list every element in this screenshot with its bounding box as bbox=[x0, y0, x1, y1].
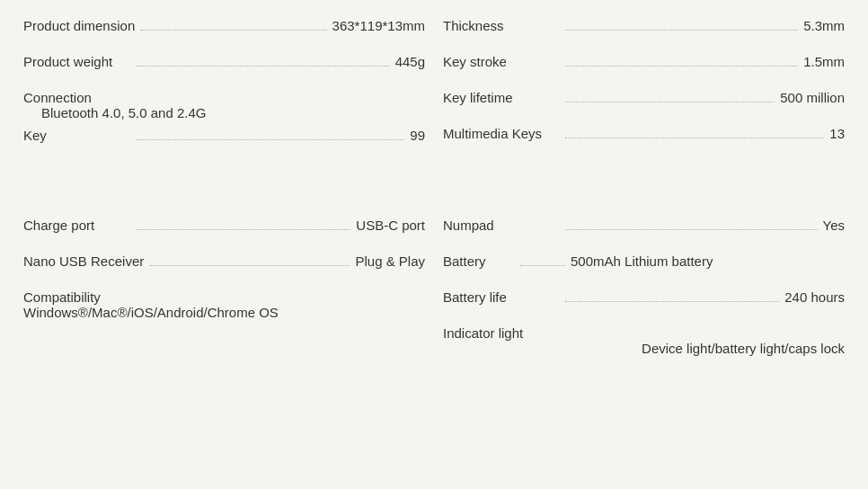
specs-container: Product dimension 363*119*13mm Product w… bbox=[14, 18, 854, 363]
spec-row-multimedia-keys: Multimedia Keys 13 bbox=[443, 126, 845, 155]
dots-product-weight bbox=[137, 66, 390, 67]
label-indicator-light: Indicator light bbox=[443, 325, 845, 341]
label-numpad: Numpad bbox=[443, 218, 560, 233]
dots-key bbox=[137, 139, 404, 140]
dots-key-stroke bbox=[565, 66, 798, 67]
value-key-lifetime: 500 million bbox=[780, 90, 845, 105]
spec-row-connection: Connection Bluetooth 4.0, 5.0 and 2.4G bbox=[23, 90, 425, 120]
label-connection: Connection bbox=[23, 90, 425, 105]
value-key: 99 bbox=[410, 128, 425, 143]
label-key-lifetime: Key lifetime bbox=[443, 90, 560, 105]
spec-row-battery: Battery 500mAh Lithium battery bbox=[443, 253, 845, 282]
value-multimedia-keys: 13 bbox=[829, 126, 845, 141]
value-key-stroke: 1.5mm bbox=[803, 54, 845, 69]
divider-section bbox=[14, 164, 854, 218]
label-key-stroke: Key stroke bbox=[443, 54, 560, 69]
value-compatibility: Windows®/Mac®/iOS/Android/Chrome OS bbox=[23, 305, 425, 320]
value-battery-life: 240 hours bbox=[784, 289, 845, 305]
right-top-col: Thickness 5.3mm Key stroke 1.5mm Key lif… bbox=[434, 18, 854, 164]
label-thickness: Thickness bbox=[443, 18, 560, 33]
spec-row-compatibility: Compatibility Windows®/Mac®/iOS/Android/… bbox=[23, 289, 425, 320]
value-product-dimension: 363*119*13mm bbox=[332, 18, 425, 33]
value-numpad: Yes bbox=[823, 218, 845, 233]
label-charge-port: Charge port bbox=[23, 218, 131, 233]
value-battery: 500mAh Lithium battery bbox=[571, 253, 713, 269]
label-battery: Battery bbox=[443, 253, 515, 269]
label-nano-usb: Nano USB Receiver bbox=[23, 253, 144, 269]
label-multimedia-keys: Multimedia Keys bbox=[443, 126, 560, 141]
dots-charge-port bbox=[137, 229, 350, 230]
label-product-weight: Product weight bbox=[23, 54, 131, 69]
value-nano-usb: Plug & Play bbox=[355, 253, 425, 269]
dots-nano-usb bbox=[149, 265, 350, 266]
spec-row-thickness: Thickness 5.3mm bbox=[443, 18, 845, 47]
dots-battery bbox=[520, 265, 565, 266]
spec-row-battery-life: Battery life 240 hours bbox=[443, 289, 845, 318]
value-product-weight: 445g bbox=[395, 54, 425, 69]
dots-thickness bbox=[565, 30, 798, 31]
left-top-col: Product dimension 363*119*13mm Product w… bbox=[14, 18, 434, 164]
dots-key-lifetime bbox=[565, 102, 775, 102]
spec-row-product-weight: Product weight 445g bbox=[23, 54, 425, 83]
spec-row-key: Key 99 bbox=[23, 128, 425, 156]
label-key: Key bbox=[23, 128, 131, 143]
right-bottom-col: Numpad Yes Battery 500mAh Lithium batter… bbox=[434, 218, 854, 363]
dots-numpad bbox=[565, 229, 818, 230]
label-compatibility: Compatibility bbox=[23, 289, 425, 305]
value-connection: Bluetooth 4.0, 5.0 and 2.4G bbox=[23, 105, 425, 120]
value-indicator-light: Device light/battery light/caps lock bbox=[443, 341, 845, 356]
spec-row-nano-usb: Nano USB Receiver Plug & Play bbox=[23, 253, 425, 282]
spec-row-key-lifetime: Key lifetime 500 million bbox=[443, 90, 845, 119]
spec-row-charge-port: Charge port USB-C port bbox=[23, 218, 425, 246]
dots-battery-life bbox=[565, 301, 779, 302]
spec-row-key-stroke: Key stroke 1.5mm bbox=[443, 54, 845, 83]
spec-row-numpad: Numpad Yes bbox=[443, 218, 845, 246]
dots-product-dimension bbox=[140, 30, 326, 31]
value-thickness: 5.3mm bbox=[803, 18, 845, 33]
spec-row-product-dimension: Product dimension 363*119*13mm bbox=[23, 18, 425, 47]
left-bottom-col: Charge port USB-C port Nano USB Receiver… bbox=[14, 218, 434, 363]
dots-multimedia-keys bbox=[565, 138, 824, 138]
value-charge-port: USB-C port bbox=[356, 218, 425, 233]
spec-row-indicator-light: Indicator light Device light/battery lig… bbox=[443, 325, 845, 356]
label-product-dimension: Product dimension bbox=[23, 18, 135, 33]
label-battery-life: Battery life bbox=[443, 289, 560, 305]
